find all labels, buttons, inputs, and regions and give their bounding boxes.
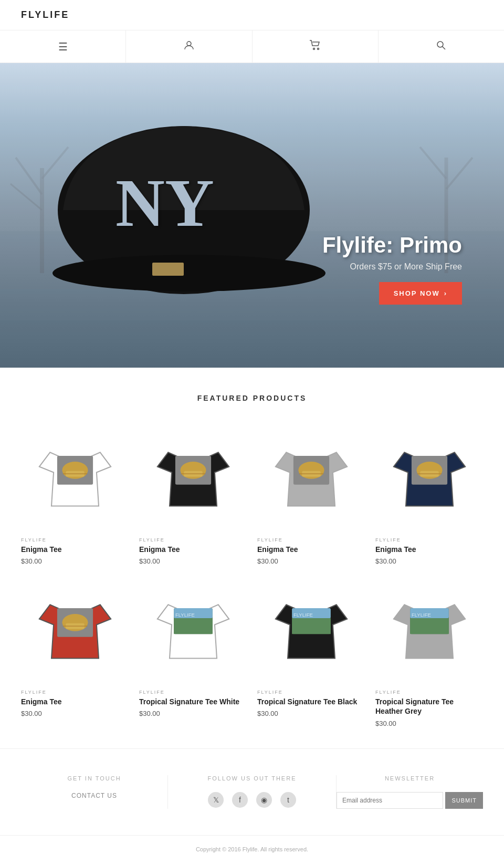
nav-cart[interactable] <box>253 30 379 62</box>
product-brand: FLYLIFE <box>375 537 483 543</box>
product-price: $30.00 <box>375 557 483 565</box>
svg-rect-46 <box>292 618 331 634</box>
product-brand: FLYLIFE <box>21 537 129 543</box>
footer-social: FOLLOW US OUT THERE 𝕏 f ◉ t <box>178 775 326 809</box>
product-price: $30.00 <box>21 710 129 717</box>
product-image-wrap <box>21 576 129 683</box>
product-name: Tropical Signature Tee Black <box>257 697 365 706</box>
svg-rect-19 <box>152 263 184 276</box>
search-icon <box>436 40 446 53</box>
email-input[interactable] <box>337 792 443 809</box>
shop-now-arrow: › <box>444 289 447 297</box>
product-card[interactable]: FLYLIFE FLYLIFE Tropical Signature Tee H… <box>375 576 483 727</box>
featured-products-section: FEATURED PRODUCTS FLYLIFE Enigma Tee $30… <box>0 368 504 748</box>
product-image-wrap: FLYLIFE <box>139 576 247 683</box>
product-price: $30.00 <box>21 557 129 565</box>
hero-subtitle: Orders $75 or More Ship Free <box>322 262 462 272</box>
product-name: Enigma Tee <box>21 545 129 554</box>
product-brand: FLYLIFE <box>139 690 247 695</box>
footer-contact-heading: GET IN TOUCH <box>21 775 167 781</box>
section-title: FEATURED PRODUCTS <box>21 394 483 402</box>
svg-text:FLYLIFE: FLYLIFE <box>411 612 430 618</box>
product-brand: FLYLIFE <box>257 690 365 695</box>
contact-us-link[interactable]: CONTACT US <box>21 792 167 799</box>
shop-now-label: SHOP NOW <box>394 289 440 297</box>
nav-search[interactable] <box>379 30 504 62</box>
product-card[interactable]: FLYLIFE FLYLIFE Tropical Signature Tee B… <box>257 576 365 727</box>
product-name: Tropical Signature Tee Heather Grey <box>375 697 483 716</box>
svg-point-0 <box>187 41 191 46</box>
product-card[interactable]: FLYLIFE FLYLIFE Tropical Signature Tee W… <box>139 576 247 727</box>
newsletter-heading: NEWSLETTER <box>337 775 483 781</box>
product-brand: FLYLIFE <box>257 537 365 543</box>
site-footer: GET IN TOUCH CONTACT US FOLLOW US OUT TH… <box>0 748 504 863</box>
tshirt-svg: FLYLIFE <box>151 590 235 669</box>
product-brand: FLYLIFE <box>21 690 129 695</box>
account-icon <box>184 40 194 53</box>
tshirt-svg <box>33 438 117 517</box>
product-price: $30.00 <box>257 710 365 717</box>
product-card[interactable]: FLYLIFE Enigma Tee $30.00 <box>21 423 129 565</box>
tshirt-svg <box>151 438 235 517</box>
tshirt-svg: FLYLIFE <box>387 590 471 669</box>
product-brand: FLYLIFE <box>375 690 483 695</box>
svg-text:NY: NY <box>116 165 214 241</box>
product-image-wrap <box>21 423 129 531</box>
product-price: $30.00 <box>139 710 247 717</box>
twitter-icon[interactable]: 𝕏 <box>208 792 224 808</box>
product-card[interactable]: FLYLIFE Enigma Tee $30.00 <box>21 576 129 727</box>
footer-social-heading: FOLLOW US OUT THERE <box>178 775 326 781</box>
site-nav: ☰ <box>0 30 504 63</box>
product-card[interactable]: FLYLIFE Enigma Tee $30.00 <box>375 423 483 565</box>
footer-newsletter: NEWSLETTER SUBMIT <box>336 775 483 809</box>
nav-menu[interactable]: ☰ <box>0 30 126 62</box>
hero-content: Flylife: Primo Orders $75 or More Ship F… <box>322 233 462 305</box>
tumblr-icon[interactable]: t <box>280 792 296 808</box>
svg-point-17 <box>52 255 326 291</box>
footer-contact: GET IN TOUCH CONTACT US <box>21 775 168 809</box>
nav-account[interactable] <box>126 30 252 62</box>
svg-rect-50 <box>410 618 449 634</box>
hero-title: Flylife: Primo <box>322 233 462 258</box>
product-card[interactable]: FLYLIFE Enigma Tee $30.00 <box>257 423 365 565</box>
product-image-wrap <box>257 423 365 531</box>
product-image-wrap: FLYLIFE <box>257 576 365 683</box>
product-name: Enigma Tee <box>139 545 247 554</box>
site-header: FLYLIFE <box>0 0 504 30</box>
products-grid: FLYLIFE Enigma Tee $30.00 FLYLIFE Enigma… <box>21 423 483 727</box>
svg-point-3 <box>437 41 443 47</box>
copyright-text: Copyright © 2016 Flylife. All rights res… <box>196 846 308 852</box>
site-logo: FLYLIFE <box>21 9 69 20</box>
product-price: $30.00 <box>139 557 247 565</box>
svg-line-4 <box>443 47 446 50</box>
product-name: Enigma Tee <box>257 545 365 554</box>
instagram-icon[interactable]: ◉ <box>256 792 272 808</box>
product-image-wrap: FLYLIFE <box>375 576 483 683</box>
facebook-icon[interactable]: f <box>232 792 248 808</box>
product-price: $30.00 <box>375 720 483 727</box>
svg-text:FLYLIFE: FLYLIFE <box>293 612 312 618</box>
copyright-bar: Copyright © 2016 Flylife. All rights res… <box>0 835 504 863</box>
product-image-wrap <box>375 423 483 531</box>
hat-illustration: NY <box>32 105 346 305</box>
product-image-wrap <box>139 423 247 531</box>
tshirt-svg <box>387 438 471 517</box>
product-name: Enigma Tee <box>375 545 483 554</box>
product-name: Enigma Tee <box>21 697 129 706</box>
svg-point-2 <box>318 48 319 50</box>
product-price: $30.00 <box>257 557 365 565</box>
cart-icon <box>309 40 321 53</box>
hero-section: NY Flylife: Primo Orders $75 or More Shi… <box>0 63 504 368</box>
svg-rect-15 <box>0 320 504 368</box>
product-name: Tropical Signature Tee White <box>139 697 247 706</box>
product-card[interactable]: FLYLIFE Enigma Tee $30.00 <box>139 423 247 565</box>
svg-point-1 <box>313 48 315 50</box>
submit-button[interactable]: SUBMIT <box>445 792 483 809</box>
social-icons-row: 𝕏 f ◉ t <box>178 792 326 808</box>
menu-icon: ☰ <box>58 40 68 53</box>
svg-text:FLYLIFE: FLYLIFE <box>175 612 194 618</box>
newsletter-form: SUBMIT <box>337 792 483 809</box>
shop-now-button[interactable]: SHOP NOW › <box>379 282 462 305</box>
tshirt-svg: FLYLIFE <box>269 590 353 669</box>
product-brand: FLYLIFE <box>139 537 247 543</box>
